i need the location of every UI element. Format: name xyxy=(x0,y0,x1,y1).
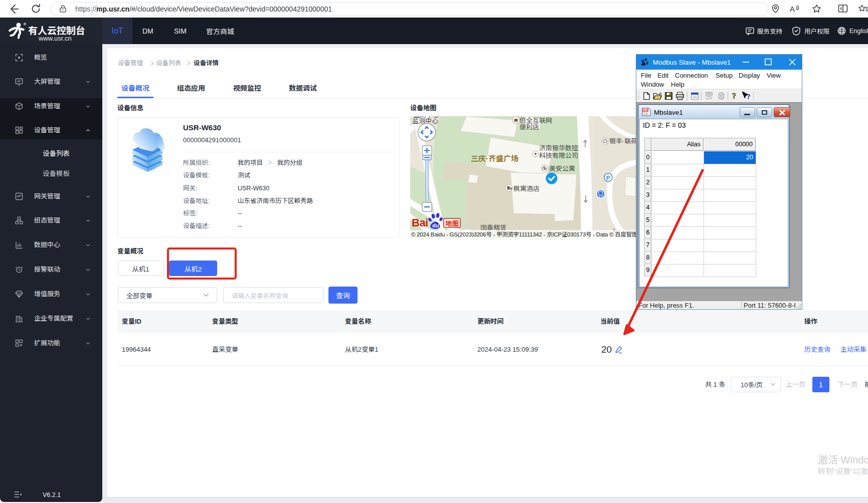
svg-text:地图: 地图 xyxy=(445,220,459,227)
svg-text:A: A xyxy=(790,5,795,13)
svg-text:du: du xyxy=(432,222,439,228)
svg-text:科技有限公司: 科技有限公司 xyxy=(539,152,578,159)
svg-text:Bai: Bai xyxy=(412,216,428,229)
svg-text:P: P xyxy=(606,175,610,181)
svg-text:DOC: DOC xyxy=(643,109,649,112)
svg-text:?: ? xyxy=(747,93,751,101)
svg-text:银丰·联荷广场: 银丰·联荷广场 xyxy=(609,137,636,145)
svg-text:济南振华数控: 济南振华数控 xyxy=(539,144,578,152)
svg-text:枫寓酒店: 枫寓酒店 xyxy=(513,185,540,192)
svg-text:美安公寓: 美安公寓 xyxy=(549,165,575,172)
svg-text:© 2024 Baidu - GS(2023)3206号 -: © 2024 Baidu - GS(2023)3206号 - 甲测资字11111… xyxy=(411,231,636,237)
svg-text:?: ? xyxy=(732,92,736,100)
svg-text:便利店: 便利店 xyxy=(519,123,539,131)
svg-text:三庆·齐盛广场: 三庆·齐盛广场 xyxy=(471,154,518,163)
svg-text:R: R xyxy=(24,23,26,25)
